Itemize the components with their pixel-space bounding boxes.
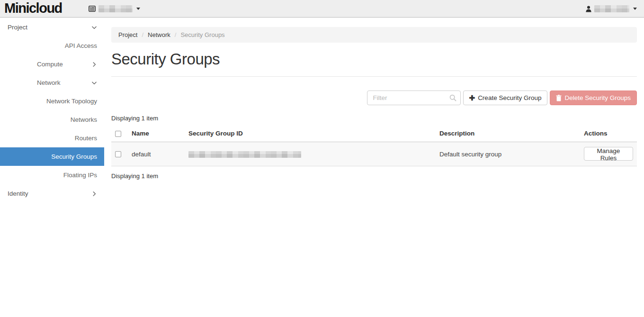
sidebar-item-label: Networks: [0, 116, 97, 123]
sidebar-item-label: Routers: [0, 135, 97, 142]
main-content: Project / Network / Security Groups Secu…: [111, 18, 637, 180]
select-all-checkbox[interactable]: [115, 131, 121, 137]
sidebar-item-api-access[interactable]: API Access: [0, 36, 104, 55]
sidebar-item-label: Security Groups: [0, 153, 97, 160]
column-header-description[interactable]: Description: [436, 126, 580, 142]
sidebar-item-label: Floating IPs: [0, 172, 97, 179]
page-title: Security Groups: [111, 50, 637, 68]
create-security-group-button[interactable]: ✚ Create Security Group: [463, 91, 548, 105]
item-count-top: Displaying 1 item: [111, 115, 637, 122]
sidebar-item-label: Project: [8, 24, 91, 31]
breadcrumb-network[interactable]: Network: [148, 31, 170, 38]
sidebar-item-label: Network Topology: [0, 98, 97, 105]
breadcrumb-current: Security Groups: [180, 31, 224, 38]
sidebar-item-network[interactable]: Network: [0, 73, 104, 92]
manage-rules-button[interactable]: Manage Rules: [584, 147, 633, 161]
sidebar-item-label: Identity: [8, 190, 91, 197]
sidebar-item-floating-ips[interactable]: Floating IPs: [0, 166, 104, 184]
plus-icon: ✚: [469, 94, 475, 101]
sidebar-item-routers[interactable]: Routers: [0, 129, 104, 147]
sidebar: Project API Access Compute Network Netwo…: [0, 18, 104, 203]
sidebar-item-identity[interactable]: Identity: [0, 184, 104, 203]
chevron-right-icon: [91, 190, 98, 197]
user-menu-dropdown[interactable]: [586, 0, 637, 18]
sidebar-item-label: Network: [37, 79, 91, 86]
cell-name: default: [128, 142, 185, 166]
create-button-label: Create Security Group: [478, 94, 541, 101]
brand-logo[interactable]: Minicloud: [4, 0, 62, 17]
manage-rules-label: Manage Rules: [597, 147, 620, 162]
search-icon[interactable]: [449, 94, 456, 101]
chevron-down-icon: [91, 24, 98, 31]
item-count-bottom: Displaying 1 item: [111, 172, 637, 180]
breadcrumb-separator: /: [142, 31, 143, 38]
row-checkbox[interactable]: [115, 151, 121, 157]
chevron-right-icon: [91, 61, 98, 68]
delete-security-groups-button[interactable]: Delete Security Groups: [550, 91, 637, 105]
caret-down-icon: [633, 8, 637, 10]
table-row: default Default security group Manage Ru…: [111, 142, 637, 166]
column-header-actions: Actions: [580, 126, 637, 142]
sidebar-item-security-groups[interactable]: Security Groups: [0, 147, 104, 166]
sidebar-item-label: Compute: [37, 61, 91, 68]
column-header-name[interactable]: Name: [128, 126, 185, 142]
breadcrumb-separator: /: [175, 31, 177, 38]
caret-down-icon: [136, 8, 140, 10]
breadcrumb-project[interactable]: Project: [118, 31, 137, 38]
delete-button-label: Delete Security Groups: [564, 94, 631, 101]
table-header-row: Name Security Group ID Description Actio…: [111, 126, 637, 142]
sidebar-item-label: API Access: [0, 42, 97, 49]
column-header-security-group-id[interactable]: Security Group ID: [185, 126, 436, 142]
project-list-icon: [89, 6, 96, 12]
redacted-user-name: [594, 5, 629, 12]
sidebar-item-networks[interactable]: Networks: [0, 110, 104, 129]
trash-icon: [556, 95, 562, 101]
sidebar-item-compute[interactable]: Compute: [0, 55, 104, 73]
filter-input[interactable]: [367, 91, 461, 105]
redacted-project-name: [98, 5, 133, 12]
redacted-security-group-id: [188, 151, 301, 158]
project-switcher-dropdown[interactable]: [89, 0, 140, 18]
cell-description: Default security group: [436, 142, 580, 166]
security-groups-table: Name Security Group ID Description Actio…: [111, 126, 637, 166]
breadcrumb: Project / Network / Security Groups: [111, 27, 637, 43]
title-divider: [111, 76, 637, 77]
filter-wrap: [367, 91, 461, 105]
chevron-down-icon: [91, 80, 98, 86]
sidebar-item-project[interactable]: Project: [0, 18, 104, 36]
table-toolbar: ✚ Create Security Group Delete Security …: [111, 91, 637, 105]
sidebar-item-network-topology[interactable]: Network Topology: [0, 92, 104, 110]
top-navbar: Minicloud: [0, 0, 644, 18]
user-icon: [586, 6, 591, 12]
